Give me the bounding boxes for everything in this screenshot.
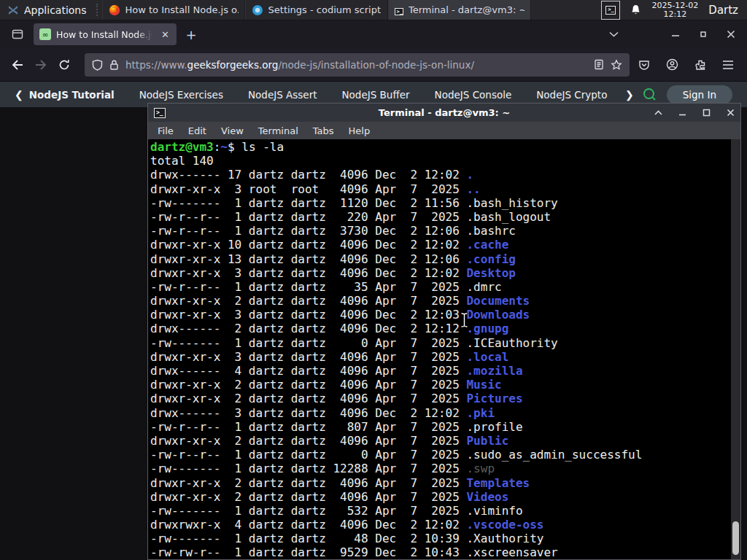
terminal-listing-line: drwxr-xr-x 2 dartz dartz 4096 Apr 7 2025…: [150, 434, 729, 448]
applications-label: Applications: [24, 4, 87, 16]
extensions-icon[interactable]: [694, 59, 706, 71]
window-button[interactable]: Settings - codium script...: [245, 0, 388, 20]
terminal-menu-edit[interactable]: Edit: [182, 124, 213, 138]
list-tabs-chevron-icon[interactable]: [609, 31, 619, 37]
applications-menu[interactable]: Applications: [0, 0, 94, 20]
terminal-listing-line: -rw-r--r-- 1 dartz dartz 3730 Dec 2 12:0…: [150, 224, 729, 238]
terminal-listing-line: -rw------- 1 dartz dartz 12288 Apr 7 202…: [150, 462, 729, 475]
terminal-listing-line: drwx------ 4 dartz dartz 4096 Apr 7 2025…: [150, 364, 729, 378]
firefox-view-icon[interactable]: [6, 24, 29, 44]
back-icon[interactable]: [6, 53, 29, 77]
firefox-icon: [109, 4, 120, 16]
new-tab-button[interactable]: +: [181, 24, 201, 44]
maximize-icon[interactable]: [699, 30, 708, 39]
account-icon[interactable]: [666, 58, 678, 71]
tab-close-icon[interactable]: ✕: [160, 29, 171, 40]
shade-icon[interactable]: [654, 110, 662, 115]
terminal-listing-line: drwx------ 3 dartz dartz 4096 Dec 2 12:0…: [150, 406, 729, 420]
close-icon[interactable]: [727, 30, 735, 39]
lock-icon[interactable]: [109, 59, 119, 71]
terminal-total-line: total 140: [150, 154, 729, 168]
terminal-listing-line: drwxr-xr-x 10 dartz dartz 4096 Dec 2 12:…: [150, 238, 729, 252]
search-icon[interactable]: [643, 88, 657, 101]
user-label: Dartz: [708, 4, 741, 17]
desktop: Applications How to Install Node.js o...…: [0, 0, 747, 560]
terminal-listing-line: drwx------ 17 dartz dartz 4096 Dec 2 12:…: [150, 168, 729, 182]
terminal-listing-line: drwxr-xr-x 2 dartz dartz 4096 Apr 7 2025…: [150, 490, 729, 504]
terminal-menu-tabs[interactable]: Tabs: [306, 124, 341, 138]
terminal-listing-line: drwxrwxr-x 4 dartz dartz 4096 Dec 2 12:0…: [150, 518, 729, 532]
nav-item[interactable]: NodeJS Console: [435, 89, 512, 101]
terminal-listing-line: drwxr-xr-x 13 dartz dartz 4096 Dec 2 12:…: [150, 252, 729, 266]
close-icon[interactable]: [727, 109, 735, 117]
panel-tray: >_ 2025-12-02 12:12 Dartz: [601, 0, 747, 20]
terminal-output: dartz@vm3:~$ ls -latotal 140drwx------ 1…: [150, 140, 729, 559]
top-panel: Applications How to Install Node.js o...…: [0, 0, 747, 20]
terminal-menu-terminal[interactable]: Terminal: [252, 124, 305, 138]
terminal-listing-line: -rw------- 1 dartz dartz 0 Apr 7 2025 .I…: [150, 336, 729, 350]
toolbar-actions: [637, 58, 741, 71]
terminal-content[interactable]: dartz@vm3:~$ ls -latotal 140drwx------ 1…: [148, 139, 740, 559]
terminal-icon: >_: [395, 4, 403, 15]
nav-item[interactable]: NodeJS Tutorial: [29, 89, 115, 101]
minimize-icon[interactable]: [671, 30, 680, 39]
terminal-listing-line: drwxr-xr-x 2 dartz dartz 4096 Apr 7 2025…: [150, 476, 729, 490]
terminal-listing-line: -rw------- 1 dartz dartz 532 Apr 7 2025 …: [150, 504, 729, 518]
nav-item[interactable]: NodeJS Assert: [248, 89, 317, 101]
clock-date: 2025-12-02: [651, 1, 698, 10]
terminal-window-controls: [654, 109, 735, 117]
terminal-menu-file[interactable]: File: [151, 124, 180, 138]
terminal-menubar: FileEditViewTerminalTabsHelp: [148, 122, 740, 139]
terminal-listing-line: drwxr-xr-x 2 dartz dartz 4096 Apr 7 2025…: [150, 294, 729, 308]
terminal-listing-line: drwxr-xr-x 3 dartz dartz 4096 Dec 2 12:0…: [150, 266, 729, 280]
clock-time: 12:12: [651, 10, 698, 19]
terminal-listing-line: -rw-r--r-- 1 dartz dartz 0 Apr 7 2025 .s…: [150, 448, 729, 462]
panel-clock[interactable]: 2025-12-02 12:12: [651, 1, 698, 19]
notification-bell-icon[interactable]: [630, 4, 641, 16]
terminal-listing-line: drwxr-xr-x 2 dartz dartz 4096 Apr 7 2025…: [150, 392, 729, 405]
terminal-scrollbar[interactable]: [731, 139, 740, 559]
terminal-titlebar[interactable]: >_ Terminal - dartz@vm3: ~: [148, 104, 740, 122]
reload-icon[interactable]: [53, 53, 76, 77]
geeksforgeeks-favicon: ∞: [39, 28, 51, 40]
terminal-window: >_ Terminal - dartz@vm3: ~ FileEditViewT…: [147, 103, 741, 560]
nav-item[interactable]: NodeJS Crypto: [536, 89, 607, 101]
window-button-label: Settings - codium script...: [268, 4, 382, 15]
url-bar[interactable]: https://www.geeksforgeeks.org/node-js/in…: [85, 53, 630, 77]
scrollbar-thumb[interactable]: [732, 521, 739, 555]
bookmark-star-icon[interactable]: [611, 59, 622, 71]
url-text: https://www.geeksforgeeks.org/node-js/in…: [125, 59, 587, 71]
firefox-toolbar: https://www.geeksforgeeks.org/node-js/in…: [0, 48, 747, 82]
window-button[interactable]: >_Terminal - dartz@vm3: ~: [388, 0, 531, 20]
terminal-listing-line: -rw-r--r-- 1 dartz dartz 220 Apr 7 2025 …: [150, 210, 729, 224]
minimize-icon[interactable]: [678, 109, 686, 116]
codium-icon: [252, 4, 263, 16]
nav-item-list: NodeJS TutorialNodeJS ExercisesNodeJS As…: [29, 89, 621, 101]
terminal-icon: >_: [605, 6, 616, 15]
window-controls: [609, 30, 747, 39]
pocket-icon[interactable]: [638, 59, 650, 71]
terminal-tray-icon[interactable]: >_: [601, 1, 620, 20]
forward-icon[interactable]: [29, 53, 53, 77]
window-button[interactable]: How to Install Node.js o...: [102, 0, 245, 20]
maximize-icon[interactable]: [703, 109, 711, 117]
terminal-title: Terminal - dartz@vm3: ~: [148, 107, 740, 118]
nav-scroll-right-icon[interactable]: ❯: [621, 89, 638, 101]
terminal-menu-help[interactable]: Help: [342, 124, 377, 138]
terminal-listing-line: drwxr-xr-x 2 dartz dartz 4096 Apr 7 2025…: [150, 378, 729, 392]
reader-mode-icon[interactable]: [594, 59, 604, 70]
terminal-menu-view[interactable]: View: [214, 124, 250, 138]
terminal-listing-line: drwxr-xr-x 3 root root 4096 Apr 7 2025 .…: [150, 182, 729, 196]
browser-tab[interactable]: ∞ How to Install Node.js o ✕: [34, 23, 177, 45]
nav-scroll-left-icon[interactable]: ❮: [10, 89, 28, 101]
sign-in-button[interactable]: Sign In: [667, 85, 732, 104]
nav-item[interactable]: NodeJS Buffer: [342, 89, 410, 101]
terminal-listing-line: -rw------- 1 dartz dartz 1120 Dec 2 11:5…: [150, 196, 729, 210]
terminal-listing-line: -rw-r--r-- 1 dartz dartz 35 Apr 7 2025 .…: [150, 280, 729, 294]
terminal-icon: >_: [395, 8, 403, 15]
menu-hamburger-icon[interactable]: [722, 60, 734, 70]
tab-title: How to Install Node.js o: [56, 29, 155, 40]
terminal-listing-line: drwxr-xr-x 3 dartz dartz 4096 Dec 2 12:0…: [150, 308, 729, 322]
shield-icon[interactable]: [92, 59, 103, 71]
nav-item[interactable]: NodeJS Exercises: [139, 89, 223, 101]
